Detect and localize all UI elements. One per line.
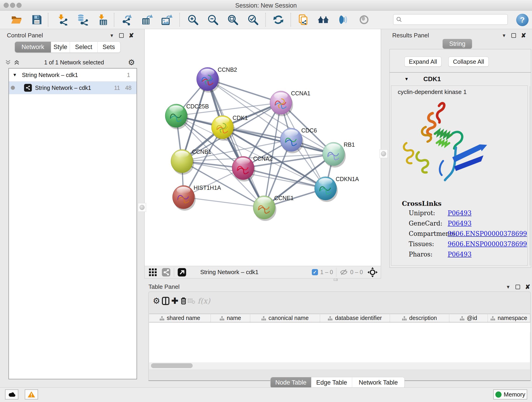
search-box[interactable] [393, 14, 508, 25]
selected-checkbox-icon[interactable]: ✓ [312, 269, 318, 275]
panel-close-icon[interactable]: ✘ [129, 32, 134, 39]
panel-float-icon[interactable] [119, 33, 124, 38]
network-list-icon[interactable] [162, 268, 171, 277]
collapse-all-button[interactable]: Collapse All [448, 57, 489, 67]
hidden-counts: 0 – 0 [350, 269, 363, 275]
column-header-canonical-name[interactable]: canonical name [250, 314, 320, 322]
export-image-icon[interactable] [161, 14, 173, 26]
column-header--id[interactable]: @id [449, 314, 488, 322]
delete-table-icon[interactable] [186, 296, 196, 306]
hidden-eye-icon[interactable] [340, 268, 348, 276]
network-node[interactable]: CCNB2 [196, 66, 237, 93]
panel-float-icon[interactable] [515, 285, 520, 289]
right-splitter-handle[interactable] [380, 149, 388, 158]
column-header-namespace[interactable]: namespace [488, 314, 530, 322]
protein-section-header[interactable]: ▼ CDK1 [390, 72, 531, 85]
tab-sets[interactable]: Sets [98, 42, 120, 52]
grid-view-icon[interactable] [148, 268, 157, 277]
search-input[interactable] [402, 16, 500, 23]
import-database-icon[interactable] [76, 14, 89, 26]
zoom-selected-icon[interactable] [247, 14, 259, 26]
show-labels-icon[interactable] [337, 14, 349, 26]
crosslink-link[interactable]: 9606.ENSP00000378699 [448, 240, 527, 248]
export-network-icon[interactable] [121, 14, 133, 26]
column-header-name[interactable]: name [210, 314, 250, 322]
expand-all-icon[interactable] [13, 59, 20, 66]
crosslink-link[interactable]: P06493 [448, 220, 472, 227]
collection-expand-icon[interactable]: ▼ [13, 72, 17, 77]
network-collection-row[interactable]: ▼ String Network – cdk1 1 [9, 69, 137, 81]
panel-menu-icon[interactable]: ▼ [109, 33, 114, 38]
view-network-title: String Network – cdk1 [200, 269, 259, 276]
tab-edge-table[interactable]: Edge Table [311, 377, 352, 388]
panel-close-icon[interactable]: ✘ [525, 283, 530, 291]
tab-node-table[interactable]: Node Table [271, 377, 311, 388]
export-table-icon[interactable] [141, 14, 153, 26]
cloud-button[interactable] [5, 389, 18, 400]
panel-menu-icon[interactable]: ▼ [506, 284, 510, 290]
birdseye-crosshair-icon[interactable] [367, 267, 378, 277]
table-horizontal-scrollbar[interactable] [149, 362, 530, 369]
collapse-all-icon[interactable] [5, 59, 12, 66]
tab-style[interactable]: Style [51, 42, 70, 52]
network-node[interactable]: RB1 [323, 141, 355, 167]
network-node[interactable]: CDKN1A [315, 176, 359, 202]
tab-network-table[interactable]: Network Table [352, 377, 404, 388]
refresh-icon[interactable] [272, 14, 284, 26]
network-node[interactable]: CCNE1 [253, 195, 294, 221]
detach-view-icon[interactable] [177, 268, 186, 277]
home-icon[interactable] [317, 14, 329, 26]
column-header-shared-name[interactable]: shared name [149, 314, 210, 322]
node-label: CDC25B [186, 103, 209, 109]
show-columns-icon[interactable] [161, 296, 171, 306]
network-node[interactable]: CCNA1 [270, 90, 310, 116]
panel-menu-icon[interactable]: ▼ [502, 33, 506, 38]
left-splitter-handle[interactable] [138, 203, 146, 212]
import-network-icon[interactable] [57, 14, 69, 26]
results-scrollbar[interactable] [530, 86, 532, 265]
tab-select[interactable]: Select [70, 42, 98, 52]
network-canvas[interactable]: CCNB2CCNA1CDC25BCDK1CDC6RB1CCNB1CCNA2CDK… [144, 29, 381, 266]
tab-string[interactable]: String [443, 39, 472, 49]
panel-close-icon[interactable]: ✘ [521, 32, 526, 39]
memory-label: Memory [504, 391, 525, 398]
zoom-out-icon[interactable] [207, 14, 219, 26]
network-options-gear-icon[interactable]: ⚙ [128, 58, 135, 67]
table-settings-gear-icon[interactable]: ⚙ [152, 296, 162, 306]
window-title: Session: New Session [0, 2, 532, 9]
search-icon [396, 17, 402, 22]
panel-float-icon[interactable] [511, 33, 516, 38]
zoom-in-icon[interactable] [187, 14, 199, 26]
network-row[interactable]: String Network – cdk1 11 48 [9, 81, 137, 94]
open-session-icon[interactable] [11, 14, 22, 26]
control-panel: Control Panel ▼ ✘ Network Style Select S… [0, 29, 141, 387]
section-collapse-icon[interactable]: ▼ [404, 77, 409, 82]
protein-name: CDK1 [423, 75, 441, 83]
network-node[interactable]: HIST1H1A [172, 185, 221, 211]
expand-all-button[interactable]: Expand All [404, 57, 442, 67]
column-header-description[interactable]: description [390, 314, 449, 322]
table-box: ⚙ ✚ f(x) shared namenamecanonical nameda… [148, 292, 531, 381]
crosslink-link[interactable]: P06493 [448, 251, 472, 258]
help-button[interactable]: ? [516, 14, 529, 26]
memory-button[interactable]: Memory [493, 389, 527, 400]
import-table-icon[interactable] [97, 14, 109, 26]
string-network-graph[interactable]: CCNB2CCNA1CDC25BCDK1CDC6RB1CCNB1CCNA2CDK… [145, 29, 381, 265]
scrollbar-thumb[interactable] [151, 363, 193, 368]
crosslink-label: GeneCard: [409, 220, 443, 227]
save-session-icon[interactable] [31, 14, 43, 26]
node-label: CCNA1 [291, 90, 310, 96]
open-recent-session-icon[interactable] [298, 14, 310, 26]
tab-network[interactable]: Network [15, 42, 51, 52]
network-type-icon [24, 84, 32, 92]
crosslink-link[interactable]: P06493 [448, 210, 472, 217]
main-toolbar: ? [0, 11, 532, 29]
warning-button[interactable] [25, 389, 38, 400]
column-header-database-identifier[interactable]: database identifier [320, 314, 390, 322]
preview-disabled-icon[interactable] [358, 14, 370, 26]
crosslink-link[interactable]: 9606.ENSP00000378699 [448, 230, 527, 237]
network-node[interactable]: CDK1 [211, 115, 248, 141]
zoom-fit-icon[interactable] [227, 14, 239, 26]
function-builder-icon[interactable]: f(x) [196, 296, 212, 306]
network-node[interactable]: CDC25B [165, 103, 209, 129]
